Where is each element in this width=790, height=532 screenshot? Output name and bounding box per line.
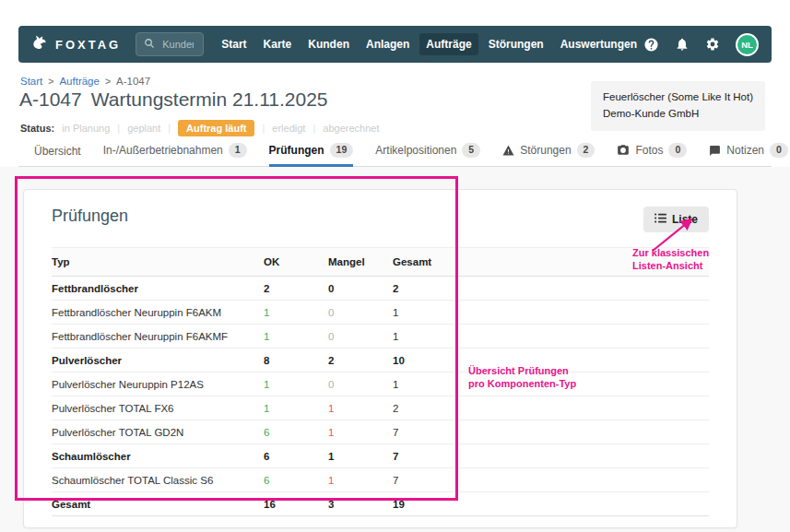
tab-label: Fotos bbox=[635, 144, 663, 157]
cell-typ: Pulverlöscher Neuruppin P12AS bbox=[52, 372, 264, 396]
table-row-fettbrandlöscher-neuruppin-f6akm: Fettbrandlöscher Neuruppin F6AKM101 bbox=[52, 301, 709, 325]
tab-count-badge: 19 bbox=[330, 143, 354, 158]
cell-gesamt: 10 bbox=[393, 349, 709, 372]
cell-ok: 1 bbox=[264, 325, 328, 349]
tab-label: Störungen bbox=[520, 144, 571, 157]
list-view-button-label: Liste bbox=[672, 213, 698, 226]
page-title: A-1047Wartungstermin 21.11.2025 bbox=[19, 89, 328, 111]
order-id: A-1047 bbox=[19, 89, 82, 110]
customer-company: Demo-Kunde GmbH bbox=[603, 106, 753, 123]
cell-typ: Pulverlöscher TOTAL FX6 bbox=[52, 396, 264, 420]
brand-logo[interactable]: FOXTAG bbox=[31, 34, 121, 55]
cell-mangel: 1 bbox=[328, 420, 393, 444]
nav-item-störungen[interactable]: Störungen bbox=[482, 33, 550, 55]
tab-label: Artikelpositionen bbox=[375, 144, 456, 157]
tab-label: In-/Außerbetriebnahmen bbox=[103, 144, 223, 157]
cell-gesamt: 1 bbox=[393, 301, 709, 325]
tab-übersicht[interactable]: Übersicht bbox=[34, 145, 81, 166]
cell-mangel: 0 bbox=[328, 301, 393, 325]
tab-störungen[interactable]: Störungen2 bbox=[502, 143, 595, 166]
status-row: Status: in Planung|geplant|Auftrag läuft… bbox=[20, 120, 379, 136]
status-separator: | bbox=[312, 123, 315, 134]
pruefungen-card: Prüfungen Liste TypOKMangelGesamt Fettbr… bbox=[23, 189, 737, 528]
tab-label: Prüfungen bbox=[269, 144, 324, 157]
table-row-pulverlöscher: Pulverlöscher8210 bbox=[52, 349, 709, 372]
cell-ok: 16 bbox=[264, 492, 328, 516]
status-step-in-planung: in Planung bbox=[62, 123, 110, 134]
breadcrumb-separator: > bbox=[48, 76, 53, 87]
table-row-pulverlöscher-total-gd2n: Pulverlöscher TOTAL GD2N617 bbox=[52, 420, 709, 444]
tab-bar: ÜbersichtIn-/Außerbetriebnahmen1Prüfunge… bbox=[18, 138, 772, 167]
table-header-row: TypOKMangelGesamt bbox=[52, 248, 709, 277]
cell-ok: 8 bbox=[264, 349, 328, 372]
cell-typ: Pulverlöscher bbox=[52, 349, 264, 372]
user-avatar[interactable]: NL bbox=[736, 33, 759, 56]
tab-notizen[interactable]: Notizen0 bbox=[709, 143, 788, 166]
tab-fotos[interactable]: Fotos0 bbox=[617, 143, 687, 166]
cell-ok: 6 bbox=[264, 444, 328, 468]
status-step-erledigt: erledigt bbox=[272, 123, 305, 134]
breadcrumb-item-start[interactable]: Start bbox=[20, 76, 42, 87]
nav-item-karte[interactable]: Karte bbox=[257, 33, 299, 55]
nav-item-auswertungen[interactable]: Auswertungen bbox=[554, 33, 643, 55]
cell-mangel: 0 bbox=[328, 325, 393, 349]
cell-ok: 6 bbox=[264, 420, 328, 444]
cell-mangel: 0 bbox=[328, 277, 393, 301]
brand-name: FOXTAG bbox=[55, 38, 121, 52]
cell-typ: Pulverlöscher TOTAL GD2N bbox=[52, 420, 264, 444]
cell-typ: Fettbrandlöscher bbox=[52, 277, 264, 301]
cell-ok: 1 bbox=[264, 396, 328, 420]
page-body: Prüfungen Liste TypOKMangelGesamt Fettbr… bbox=[0, 167, 790, 532]
tab-prüfungen[interactable]: Prüfungen19 bbox=[269, 143, 354, 166]
help-icon[interactable] bbox=[643, 37, 659, 53]
cell-gesamt: 7 bbox=[393, 468, 709, 492]
column-header-typ: Typ bbox=[52, 248, 264, 277]
search-icon bbox=[144, 36, 155, 53]
search-input[interactable] bbox=[160, 38, 195, 51]
gear-icon[interactable] bbox=[705, 37, 720, 52]
breadcrumb-item-aufträge[interactable]: Aufträge bbox=[59, 76, 99, 87]
table-row-pulverlöscher-neuruppin-p12as: Pulverlöscher Neuruppin P12AS101 bbox=[52, 372, 709, 396]
cell-gesamt: 7 bbox=[393, 444, 709, 468]
table-row-fettbrandlöscher-neuruppin-f6akmf: Fettbrandlöscher Neuruppin F6AKMF101 bbox=[52, 325, 709, 349]
cell-gesamt: 2 bbox=[393, 277, 709, 301]
cell-mangel: 2 bbox=[328, 349, 393, 372]
status-step-abgerechnet: abgerechnet bbox=[323, 123, 379, 134]
cell-typ: Schaumlöscher TOTAL Classic S6 bbox=[52, 468, 264, 492]
tab-label: Übersicht bbox=[34, 145, 81, 158]
tab-artikelpositionen[interactable]: Artikelpositionen5 bbox=[375, 143, 480, 166]
nav-item-kunden[interactable]: Kunden bbox=[301, 33, 356, 55]
cell-mangel: 3 bbox=[328, 492, 393, 516]
tab-count-badge: 2 bbox=[577, 143, 595, 158]
nav-item-anlagen[interactable]: Anlagen bbox=[360, 33, 416, 55]
table-row-schaumlöscher-total-classic-s6: Schaumlöscher TOTAL Classic S6617 bbox=[52, 468, 709, 492]
top-navigation-bar: FOXTAG StartKarteKundenAnlagenAufträgeSt… bbox=[18, 26, 772, 63]
tab-label: Notizen bbox=[726, 144, 764, 157]
cell-typ: Gesamt bbox=[52, 492, 264, 516]
list-view-button[interactable]: Liste bbox=[643, 207, 709, 232]
tab-count-badge: 0 bbox=[770, 143, 788, 158]
camera-icon bbox=[617, 145, 630, 156]
search-box[interactable] bbox=[136, 32, 204, 56]
cell-typ: Schaumlöscher bbox=[52, 444, 264, 468]
column-header-mangel: Mangel bbox=[328, 248, 393, 277]
table-row-pulverlöscher-total-fx6: Pulverlöscher TOTAL FX6112 bbox=[52, 396, 709, 420]
bell-icon[interactable] bbox=[675, 37, 690, 52]
breadcrumb: Start>Aufträge>A-1047 bbox=[20, 76, 150, 87]
tab-in-außerbetriebnahmen[interactable]: In-/Außerbetriebnahmen1 bbox=[103, 143, 247, 166]
status-separator: | bbox=[117, 123, 120, 134]
order-title: Wartungstermin 21.11.2025 bbox=[91, 89, 328, 110]
cell-typ: Fettbrandlöscher Neuruppin F6AKM bbox=[52, 301, 264, 325]
customer-name: Feuerlöscher (Some Like It Hot) bbox=[603, 89, 753, 106]
column-header-ok: OK bbox=[264, 248, 328, 277]
nav-item-aufträge[interactable]: Aufträge bbox=[419, 33, 478, 55]
status-badge-active: Auftrag läuft bbox=[178, 120, 254, 136]
card-title: Prüfungen bbox=[52, 207, 128, 226]
nav-item-start[interactable]: Start bbox=[215, 33, 253, 55]
topbar-actions: NL bbox=[643, 33, 759, 56]
cell-ok: 1 bbox=[264, 372, 328, 396]
status-step-geplant: geplant bbox=[127, 123, 160, 134]
status-separator: | bbox=[262, 123, 265, 134]
cell-gesamt: 2 bbox=[393, 396, 709, 420]
cell-gesamt: 19 bbox=[393, 492, 709, 516]
